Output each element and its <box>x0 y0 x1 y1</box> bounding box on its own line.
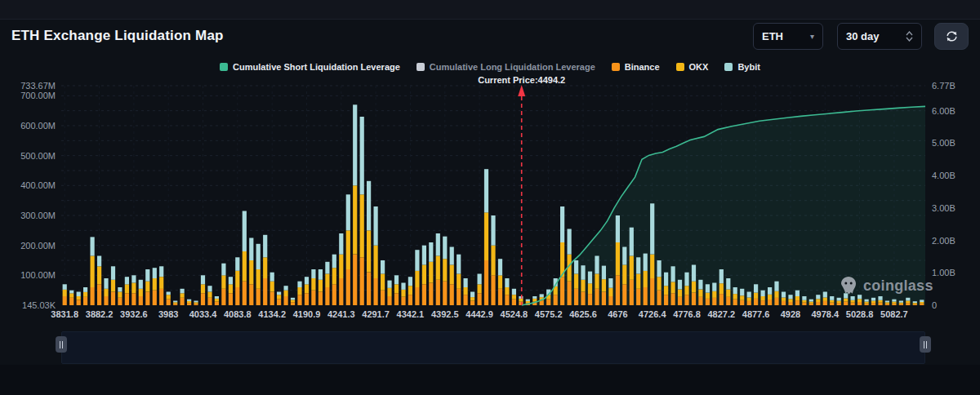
binance-bar-segment[interactable] <box>201 293 205 305</box>
binance-bar-segment[interactable] <box>470 301 474 306</box>
bybit-bar-segment[interactable] <box>913 301 917 303</box>
okx-bar-segment[interactable] <box>774 291 778 298</box>
binance-bar-segment[interactable] <box>63 296 67 305</box>
bybit-bar-segment[interactable] <box>871 298 875 301</box>
okx-bar-segment[interactable] <box>153 278 157 291</box>
binance-bar-segment[interactable] <box>346 269 350 305</box>
binance-bar-segment[interactable] <box>415 287 419 305</box>
okx-bar-segment[interactable] <box>754 293 758 299</box>
okx-bar-segment[interactable] <box>519 299 523 302</box>
okx-bar-segment[interactable] <box>844 299 848 302</box>
okx-bar-segment[interactable] <box>401 290 405 297</box>
bybit-bar-segment[interactable] <box>167 292 171 295</box>
binance-bar-segment[interactable] <box>443 282 447 305</box>
binance-bar-segment[interactable] <box>229 293 233 305</box>
okx-bar-segment[interactable] <box>346 230 350 269</box>
binance-bar-segment[interactable] <box>91 287 95 305</box>
okx-bar-segment[interactable] <box>229 284 233 293</box>
bybit-bar-segment[interactable] <box>754 284 758 292</box>
okx-bar-segment[interactable] <box>284 291 288 296</box>
okx-bar-segment[interactable] <box>768 295 772 300</box>
binance-bar-segment[interactable] <box>325 287 329 305</box>
bybit-bar-segment[interactable] <box>684 273 688 286</box>
okx-bar-segment[interactable] <box>512 295 516 300</box>
bybit-bar-segment[interactable] <box>816 295 820 299</box>
binance-bar-segment[interactable] <box>588 294 592 305</box>
okx-bar-segment[interactable] <box>325 274 329 288</box>
okx-bar-segment[interactable] <box>706 293 710 299</box>
bybit-bar-segment[interactable] <box>436 233 440 256</box>
binance-bar-segment[interactable] <box>788 302 792 305</box>
okx-bar-segment[interactable] <box>532 299 537 302</box>
binance-bar-segment[interactable] <box>207 298 212 305</box>
bybit-bar-segment[interactable] <box>588 272 592 284</box>
bybit-bar-segment[interactable] <box>706 284 710 292</box>
okx-bar-segment[interactable] <box>270 282 274 292</box>
bybit-bar-segment[interactable] <box>906 298 910 301</box>
bybit-bar-segment[interactable] <box>920 300 924 302</box>
binance-bar-segment[interactable] <box>498 289 502 305</box>
binance-bar-segment[interactable] <box>249 284 253 305</box>
bybit-bar-segment[interactable] <box>125 277 129 284</box>
bybit-bar-segment[interactable] <box>194 301 198 303</box>
okx-bar-segment[interactable] <box>678 290 682 297</box>
bybit-bar-segment[interactable] <box>381 260 385 274</box>
bybit-bar-segment[interactable] <box>899 301 903 303</box>
bybit-bar-segment[interactable] <box>892 300 896 302</box>
binance-bar-segment[interactable] <box>726 297 730 305</box>
okx-bar-segment[interactable] <box>243 251 247 282</box>
okx-bar-segment[interactable] <box>367 230 371 272</box>
okx-bar-segment[interactable] <box>429 262 433 283</box>
okx-bar-segment[interactable] <box>207 292 212 298</box>
binance-bar-segment[interactable] <box>595 289 599 305</box>
binance-bar-segment[interactable] <box>311 291 315 305</box>
bybit-bar-segment[interactable] <box>636 257 640 273</box>
bybit-bar-segment[interactable] <box>464 278 468 287</box>
okx-bar-segment[interactable] <box>145 282 149 292</box>
okx-bar-segment[interactable] <box>305 284 309 293</box>
binance-bar-segment[interactable] <box>630 280 634 305</box>
binance-bar-segment[interactable] <box>747 301 751 305</box>
binance-bar-segment[interactable] <box>187 303 191 305</box>
binance-bar-segment[interactable] <box>678 297 682 305</box>
bybit-bar-segment[interactable] <box>595 256 599 274</box>
okx-bar-segment[interactable] <box>809 302 813 304</box>
bybit-bar-segment[interactable] <box>802 296 806 300</box>
okx-bar-segment[interactable] <box>457 274 461 289</box>
binance-bar-segment[interactable] <box>657 291 662 305</box>
bybit-bar-segment[interactable] <box>305 277 309 284</box>
binance-bar-segment[interactable] <box>83 297 87 305</box>
bybit-bar-segment[interactable] <box>63 284 67 290</box>
binance-bar-segment[interactable] <box>429 283 433 306</box>
bybit-bar-segment[interactable] <box>851 296 855 300</box>
bybit-bar-segment[interactable] <box>270 273 274 282</box>
bybit-bar-segment[interactable] <box>367 181 371 230</box>
binance-bar-segment[interactable] <box>484 260 488 305</box>
bybit-bar-segment[interactable] <box>173 301 177 303</box>
okx-bar-segment[interactable] <box>837 301 841 304</box>
binance-bar-segment[interactable] <box>256 289 261 305</box>
okx-bar-segment[interactable] <box>263 257 267 278</box>
binance-bar-segment[interactable] <box>823 301 827 305</box>
binance-bar-segment[interactable] <box>554 295 558 305</box>
binance-bar-segment[interactable] <box>360 257 364 305</box>
binance-bar-segment[interactable] <box>243 282 247 305</box>
binance-bar-segment[interactable] <box>512 300 516 305</box>
okx-bar-segment[interactable] <box>167 295 171 300</box>
okx-bar-segment[interactable] <box>622 265 626 285</box>
okx-bar-segment[interactable] <box>91 256 95 288</box>
binance-bar-segment[interactable] <box>332 284 336 305</box>
chart-range-navigator[interactable] <box>61 331 925 364</box>
okx-bar-segment[interactable] <box>339 255 343 278</box>
bybit-bar-segment[interactable] <box>608 278 612 288</box>
okx-bar-segment[interactable] <box>761 296 765 300</box>
binance-bar-segment[interactable] <box>574 289 578 305</box>
binance-bar-segment[interactable] <box>671 293 675 305</box>
okx-bar-segment[interactable] <box>920 302 924 304</box>
okx-bar-segment[interactable] <box>602 279 606 291</box>
okx-bar-segment[interactable] <box>470 297 474 300</box>
bybit-bar-segment[interactable] <box>726 278 730 290</box>
binance-bar-segment[interactable] <box>104 296 108 305</box>
okx-bar-segment[interactable] <box>671 282 675 293</box>
bybit-bar-segment[interactable] <box>387 281 391 288</box>
